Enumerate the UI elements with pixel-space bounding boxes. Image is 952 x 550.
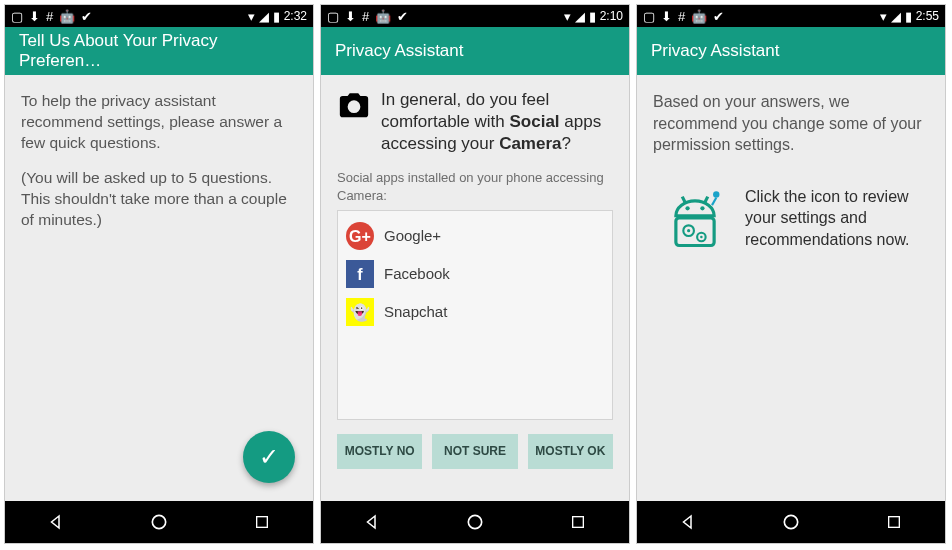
download-icon: ⬇: [29, 10, 40, 23]
nav-home-button[interactable]: [139, 507, 179, 537]
app-name: Facebook: [384, 264, 450, 284]
nav-home-button[interactable]: [455, 507, 495, 537]
screen-intro: ▢ ⬇ # 🤖 ✔ ▾ ◢ ▮ 2:32 Tell Us About Your …: [4, 4, 314, 544]
nav-bar: [321, 501, 629, 543]
screen-recommend: ▢ ⬇ # 🤖 ✔ ▾ ◢ ▮ 2:55 Privacy Assistant B…: [636, 4, 946, 544]
recommendation-text: Based on your answers, we recommend you …: [653, 91, 929, 156]
nav-back-button[interactable]: [36, 507, 76, 537]
app-name: Snapchat: [384, 302, 447, 322]
app-title: Privacy Assistant: [335, 41, 464, 61]
svg-rect-10: [676, 218, 714, 246]
tasks-icon: ✔: [713, 10, 724, 23]
continue-fab[interactable]: ✓: [243, 431, 295, 483]
svg-point-14: [700, 236, 703, 239]
nav-recents-button[interactable]: [874, 507, 914, 537]
facebook-icon: f: [346, 260, 374, 288]
app-name: Google+: [384, 226, 441, 246]
app-title: Privacy Assistant: [651, 41, 780, 61]
googleplus-icon: G+: [346, 222, 374, 250]
status-bar: ▢ ⬇ # 🤖 ✔ ▾ ◢ ▮ 2:10: [321, 5, 629, 27]
battery-icon: ▮: [589, 10, 596, 23]
list-item: 👻 Snapchat: [346, 293, 604, 331]
nav-recents-button[interactable]: [242, 507, 282, 537]
content: To help the privacy assistant recommend …: [5, 75, 313, 501]
signal-icon: ◢: [259, 10, 269, 23]
nav-back-button[interactable]: [352, 507, 392, 537]
download-icon: ⬇: [345, 10, 356, 23]
status-bar: ▢ ⬇ # 🤖 ✔ ▾ ◢ ▮ 2:55: [637, 5, 945, 27]
app-bar: Privacy Assistant: [637, 27, 945, 75]
svg-line-7: [705, 196, 708, 202]
nav-bar: [5, 501, 313, 543]
snapchat-icon: 👻: [346, 298, 374, 326]
svg-point-2: [468, 515, 481, 528]
status-time: 2:10: [600, 9, 623, 23]
nav-recents-button[interactable]: [558, 507, 598, 537]
download-icon: ⬇: [661, 10, 672, 23]
svg-line-5: [712, 197, 716, 204]
wifi-icon: ▾: [564, 10, 571, 23]
svg-point-15: [784, 515, 797, 528]
android-icon: 🤖: [691, 10, 707, 23]
android-icon: 🤖: [59, 10, 75, 23]
svg-point-4: [713, 191, 719, 197]
svg-point-8: [685, 206, 689, 210]
android-icon: 🤖: [375, 10, 391, 23]
nav-bar: [637, 501, 945, 543]
svg-point-0: [152, 515, 165, 528]
content: In general, do you feel comfortable with…: [321, 75, 629, 501]
list-item: G+ Google+: [346, 217, 604, 255]
battery-icon: ▮: [905, 10, 912, 23]
svg-line-6: [682, 196, 685, 202]
apps-list: G+ Google+ f Facebook 👻 Snapchat: [337, 210, 613, 420]
svg-rect-1: [256, 517, 267, 528]
screen-question: ▢ ⬇ # 🤖 ✔ ▾ ◢ ▮ 2:10 Privacy Assistant I…: [320, 4, 630, 544]
image-icon: ▢: [643, 10, 655, 23]
intro-text-1: To help the privacy assistant recommend …: [21, 91, 297, 154]
camera-icon: [337, 89, 371, 123]
nav-back-button[interactable]: [668, 507, 708, 537]
hash-icon: #: [678, 10, 685, 23]
image-icon: ▢: [11, 10, 23, 23]
signal-icon: ◢: [575, 10, 585, 23]
intro-text-2: (You will be asked up to 5 questions. Th…: [21, 168, 297, 231]
android-settings-icon[interactable]: [661, 186, 729, 254]
list-item: f Facebook: [346, 255, 604, 293]
svg-rect-3: [572, 517, 583, 528]
battery-icon: ▮: [273, 10, 280, 23]
question-text: In general, do you feel comfortable with…: [381, 89, 613, 155]
status-bar: ▢ ⬇ # 🤖 ✔ ▾ ◢ ▮ 2:32: [5, 5, 313, 27]
not-sure-button[interactable]: NOT SURE: [432, 434, 517, 468]
nav-home-button[interactable]: [771, 507, 811, 537]
wifi-icon: ▾: [880, 10, 887, 23]
cta-text: Click the icon to review your settings a…: [745, 186, 921, 251]
wifi-icon: ▾: [248, 10, 255, 23]
answer-buttons: MOSTLY NO NOT SURE MOSTLY OK: [337, 434, 613, 468]
app-bar: Tell Us About Your Privacy Preferen…: [5, 27, 313, 75]
status-time: 2:32: [284, 9, 307, 23]
mostly-no-button[interactable]: MOSTLY NO: [337, 434, 422, 468]
tasks-icon: ✔: [397, 10, 408, 23]
image-icon: ▢: [327, 10, 339, 23]
hash-icon: #: [362, 10, 369, 23]
status-time: 2:55: [916, 9, 939, 23]
app-bar: Privacy Assistant: [321, 27, 629, 75]
svg-point-9: [700, 206, 704, 210]
tasks-icon: ✔: [81, 10, 92, 23]
svg-point-12: [687, 229, 690, 232]
svg-rect-16: [888, 517, 899, 528]
apps-label: Social apps installed on your phone acce…: [337, 169, 613, 204]
hash-icon: #: [46, 10, 53, 23]
mostly-ok-button[interactable]: MOSTLY OK: [528, 434, 613, 468]
signal-icon: ◢: [891, 10, 901, 23]
check-icon: ✓: [259, 441, 279, 473]
content: Based on your answers, we recommend you …: [637, 75, 945, 501]
app-title: Tell Us About Your Privacy Preferen…: [19, 31, 299, 71]
